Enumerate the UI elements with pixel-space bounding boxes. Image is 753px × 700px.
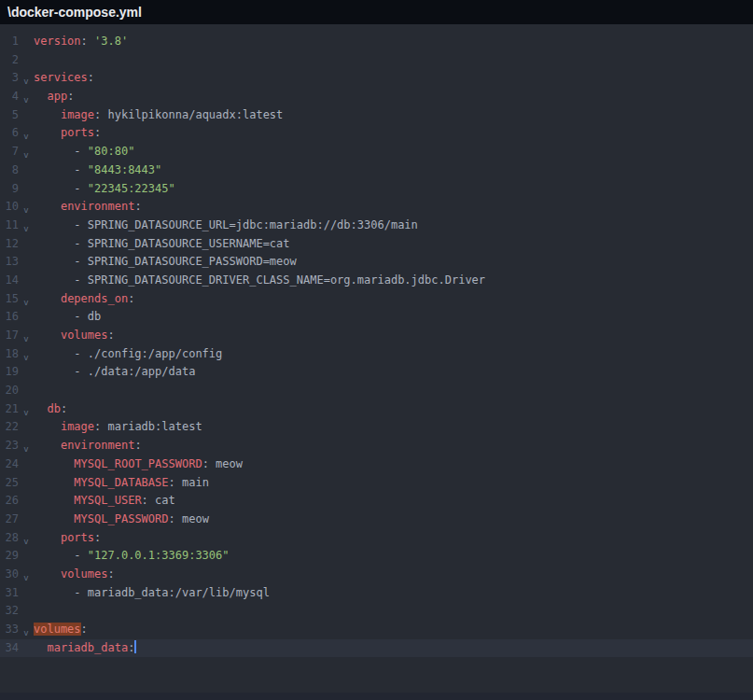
line-number[interactable]: 4 <box>0 88 19 106</box>
code-line[interactable]: 9 - "22345:22345" <box>0 180 753 199</box>
code-line[interactable]: 4v app: <box>0 88 753 106</box>
line-number[interactable]: 9 <box>0 180 19 199</box>
line-number[interactable]: 11 <box>0 217 19 235</box>
code-line[interactable]: 23v environment: <box>0 437 753 455</box>
code-line[interactable]: 27 MYSQL_PASSWORD: meow <box>0 511 753 529</box>
line-number[interactable]: 28 <box>0 529 19 548</box>
line-number[interactable]: 29 <box>0 547 19 566</box>
line-number[interactable]: 5 <box>0 106 19 125</box>
code-line-content: MYSQL_USER: cat <box>34 492 753 511</box>
line-number[interactable]: 26 <box>0 492 19 511</box>
code-line[interactable]: 31 - mariadb_data:/var/lib/mysql <box>0 584 753 603</box>
code-line[interactable]: 1version: '3.8' <box>0 33 753 51</box>
line-number[interactable]: 7 <box>0 143 19 161</box>
line-number[interactable]: 19 <box>0 363 19 382</box>
code-text <box>34 126 61 139</box>
code-line[interactable]: 13 - SPRING_DATASOURCE_PASSWORD=meow <box>0 253 753 272</box>
line-number[interactable]: 30 <box>0 566 19 584</box>
line-number[interactable]: 33 <box>0 621 19 639</box>
yaml-string: "8443:8443" <box>88 163 161 176</box>
code-text: - SPRING_DATASOURCE_USERNAME=cat <box>34 237 290 250</box>
line-number[interactable]: 13 <box>0 253 19 272</box>
yaml-key: MYSQL_DATABASE <box>74 476 168 489</box>
fold-gutter-empty <box>19 549 34 567</box>
line-number[interactable]: 25 <box>0 474 19 493</box>
code-line[interactable]: 18v - ./config:/app/config <box>0 345 753 364</box>
code-line[interactable]: 32 <box>0 602 753 621</box>
chevron-down-fold-icon[interactable]: v <box>19 71 34 90</box>
chevron-down-fold-icon[interactable]: v <box>19 531 34 550</box>
line-number[interactable]: 16 <box>0 308 19 327</box>
chevron-down-fold-icon[interactable]: v <box>19 402 34 421</box>
chevron-down-fold-icon[interactable]: v <box>19 218 34 237</box>
chevron-down-fold-icon[interactable]: v <box>19 567 34 586</box>
code-line[interactable]: 20 <box>0 382 753 400</box>
code-line[interactable]: 11v - SPRING_DATASOURCE_URL=jdbc:mariadb… <box>0 217 753 235</box>
yaml-string: '3.8' <box>94 35 128 48</box>
code-line[interactable]: 34 mariadb_data: <box>0 639 753 658</box>
code-line[interactable]: 21v db: <box>0 400 753 419</box>
fold-gutter-empty <box>19 586 34 605</box>
code-line[interactable]: 22 image: mariadb:latest <box>0 418 753 437</box>
line-number[interactable]: 21 <box>0 400 19 419</box>
code-text: - db <box>34 310 101 323</box>
line-number[interactable]: 32 <box>0 602 19 621</box>
code-line[interactable]: 5 image: hykilpikonna/aquadx:latest <box>0 106 753 125</box>
code-line[interactable]: 7v - "80:80" <box>0 143 753 161</box>
code-line[interactable]: 6v ports: <box>0 124 753 143</box>
chevron-down-fold-icon[interactable]: v <box>19 90 34 108</box>
yaml-key: ports <box>61 126 94 139</box>
code-line[interactable]: 25 MYSQL_DATABASE: main <box>0 474 753 493</box>
code-line[interactable]: 30v volumes: <box>0 566 753 584</box>
chevron-down-fold-icon[interactable]: v <box>19 200 34 218</box>
code-line[interactable]: 15v depends_on: <box>0 290 753 309</box>
code-line[interactable]: 33vvolumes: <box>0 621 753 639</box>
chevron-down-fold-icon[interactable]: v <box>19 292 34 311</box>
fold-gutter-empty <box>19 641 34 660</box>
code-line[interactable]: 28v ports: <box>0 529 753 548</box>
line-number[interactable]: 3 <box>0 69 19 88</box>
code-line[interactable]: 12 - SPRING_DATASOURCE_USERNAME=cat <box>0 235 753 254</box>
line-number[interactable]: 14 <box>0 272 19 290</box>
code-editor[interactable]: 1version: '3.8'23vservices:4v app:5 imag… <box>0 24 753 657</box>
line-number[interactable]: 6 <box>0 124 19 143</box>
line-number[interactable]: 2 <box>0 51 19 70</box>
code-text <box>34 494 74 507</box>
code-line[interactable]: 14 - SPRING_DATASOURCE_DRIVER_CLASS_NAME… <box>0 272 753 290</box>
line-number[interactable]: 27 <box>0 511 19 529</box>
code-line[interactable]: 10v environment: <box>0 198 753 217</box>
chevron-down-fold-icon[interactable]: v <box>19 145 34 163</box>
code-text <box>34 90 47 103</box>
line-number[interactable]: 20 <box>0 382 19 400</box>
line-number[interactable]: 1 <box>0 33 19 51</box>
code-line-content: services: <box>34 69 753 88</box>
code-line[interactable]: 8 - "8443:8443" <box>0 161 753 180</box>
line-number[interactable]: 22 <box>0 418 19 437</box>
chevron-down-fold-icon[interactable]: v <box>19 623 34 641</box>
code-line[interactable]: 17v volumes: <box>0 327 753 345</box>
code-line[interactable]: 2 <box>0 51 753 70</box>
line-number[interactable]: 15 <box>0 290 19 309</box>
line-number[interactable]: 31 <box>0 584 19 603</box>
chevron-down-fold-icon[interactable]: v <box>19 439 34 457</box>
code-line[interactable]: 29 - "127.0.0.1:3369:3306" <box>0 547 753 566</box>
line-number[interactable]: 12 <box>0 235 19 254</box>
line-number[interactable]: 10 <box>0 198 19 217</box>
line-number[interactable]: 34 <box>0 639 19 658</box>
line-number[interactable]: 17 <box>0 327 19 345</box>
chevron-down-fold-icon[interactable]: v <box>19 126 34 145</box>
code-line[interactable]: 26 MYSQL_USER: cat <box>0 492 753 511</box>
bottom-strip <box>0 693 753 700</box>
code-line[interactable]: 24 MYSQL_ROOT_PASSWORD: meow <box>0 455 753 474</box>
code-line[interactable]: 16 - db <box>0 308 753 327</box>
code-text: - <box>34 182 88 195</box>
code-text: - SPRING_DATASOURCE_DRIVER_CLASS_NAME=or… <box>34 273 485 287</box>
line-number[interactable]: 8 <box>0 161 19 180</box>
chevron-down-fold-icon[interactable]: v <box>19 329 34 347</box>
line-number[interactable]: 23 <box>0 437 19 455</box>
code-line[interactable]: 3vservices: <box>0 69 753 88</box>
code-line[interactable]: 19 - ./data:/app/data <box>0 363 753 382</box>
line-number[interactable]: 18 <box>0 345 19 364</box>
chevron-down-fold-icon[interactable]: v <box>19 347 34 366</box>
line-number[interactable]: 24 <box>0 455 19 474</box>
